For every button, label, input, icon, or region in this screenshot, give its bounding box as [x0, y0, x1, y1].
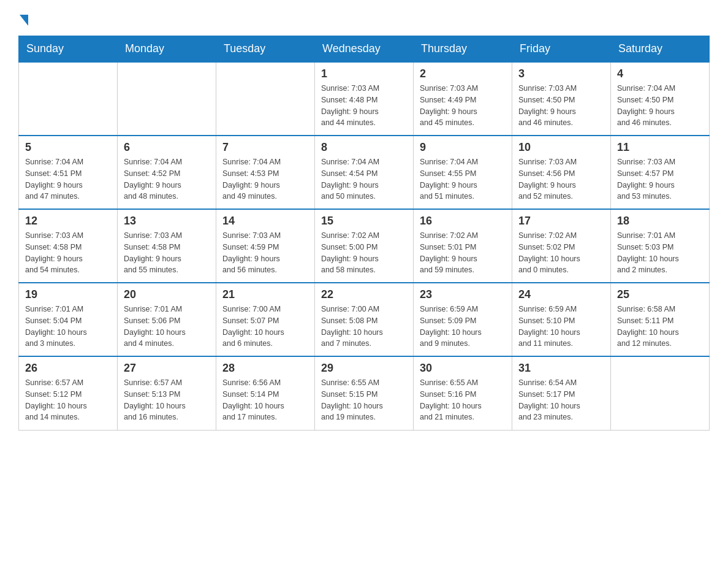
calendar-cell: 26Sunrise: 6:57 AM Sunset: 5:12 PM Dayli… [19, 356, 118, 430]
day-info: Sunrise: 7:03 AM Sunset: 4:50 PM Dayligh… [518, 83, 604, 129]
day-number: 19 [25, 288, 111, 301]
day-number: 9 [420, 141, 506, 154]
calendar-cell: 13Sunrise: 7:03 AM Sunset: 4:58 PM Dayli… [118, 209, 216, 283]
calendar-header-sunday: Sunday [19, 36, 118, 63]
calendar-cell [611, 356, 710, 430]
day-number: 28 [222, 362, 308, 375]
day-info: Sunrise: 7:04 AM Sunset: 4:50 PM Dayligh… [617, 83, 703, 129]
calendar-week-4: 19Sunrise: 7:01 AM Sunset: 5:04 PM Dayli… [19, 283, 710, 356]
calendar-header-wednesday: Wednesday [315, 36, 414, 63]
day-info: Sunrise: 7:04 AM Sunset: 4:51 PM Dayligh… [25, 156, 111, 202]
calendar-cell: 20Sunrise: 7:01 AM Sunset: 5:06 PM Dayli… [118, 283, 216, 356]
day-number: 5 [25, 141, 111, 154]
calendar-cell: 3Sunrise: 7:03 AM Sunset: 4:50 PM Daylig… [512, 62, 611, 136]
day-info: Sunrise: 7:04 AM Sunset: 4:55 PM Dayligh… [420, 156, 506, 202]
calendar-cell: 24Sunrise: 6:59 AM Sunset: 5:10 PM Dayli… [512, 283, 611, 356]
calendar-cell: 22Sunrise: 7:00 AM Sunset: 5:08 PM Dayli… [315, 283, 414, 356]
day-info: Sunrise: 7:03 AM Sunset: 4:59 PM Dayligh… [222, 230, 308, 276]
calendar-header-row: SundayMondayTuesdayWednesdayThursdayFrid… [19, 36, 710, 63]
calendar-cell: 5Sunrise: 7:04 AM Sunset: 4:51 PM Daylig… [19, 136, 118, 209]
day-info: Sunrise: 6:58 AM Sunset: 5:11 PM Dayligh… [617, 304, 703, 350]
day-info: Sunrise: 6:59 AM Sunset: 5:09 PM Dayligh… [420, 304, 506, 350]
day-number: 12 [25, 215, 111, 228]
day-number: 7 [222, 141, 308, 154]
calendar-header-saturday: Saturday [611, 36, 710, 63]
calendar-cell: 30Sunrise: 6:55 AM Sunset: 5:16 PM Dayli… [414, 356, 512, 430]
day-number: 27 [124, 362, 210, 375]
calendar-cell: 29Sunrise: 6:55 AM Sunset: 5:15 PM Dayli… [315, 356, 414, 430]
day-number: 11 [617, 141, 703, 154]
calendar-cell: 19Sunrise: 7:01 AM Sunset: 5:04 PM Dayli… [19, 283, 118, 356]
calendar-week-3: 12Sunrise: 7:03 AM Sunset: 4:58 PM Dayli… [19, 209, 710, 283]
day-number: 26 [25, 362, 111, 375]
day-number: 1 [321, 67, 407, 80]
calendar-cell: 7Sunrise: 7:04 AM Sunset: 4:53 PM Daylig… [216, 136, 315, 209]
day-info: Sunrise: 7:03 AM Sunset: 4:58 PM Dayligh… [124, 230, 210, 276]
day-number: 21 [222, 288, 308, 301]
calendar-cell: 23Sunrise: 6:59 AM Sunset: 5:09 PM Dayli… [414, 283, 512, 356]
day-info: Sunrise: 7:04 AM Sunset: 4:53 PM Dayligh… [222, 156, 308, 202]
day-number: 24 [518, 288, 604, 301]
day-number: 2 [420, 67, 506, 80]
day-info: Sunrise: 7:01 AM Sunset: 5:06 PM Dayligh… [124, 304, 210, 350]
day-info: Sunrise: 7:03 AM Sunset: 4:57 PM Dayligh… [617, 156, 703, 202]
day-info: Sunrise: 7:01 AM Sunset: 5:03 PM Dayligh… [617, 230, 703, 276]
day-info: Sunrise: 7:02 AM Sunset: 5:02 PM Dayligh… [518, 230, 604, 276]
day-number: 6 [124, 141, 210, 154]
calendar-cell: 11Sunrise: 7:03 AM Sunset: 4:57 PM Dayli… [611, 136, 710, 209]
day-number: 4 [617, 67, 703, 80]
day-info: Sunrise: 7:02 AM Sunset: 5:00 PM Dayligh… [321, 230, 407, 276]
day-number: 25 [617, 288, 703, 301]
day-number: 14 [222, 215, 308, 228]
calendar-cell: 9Sunrise: 7:04 AM Sunset: 4:55 PM Daylig… [414, 136, 512, 209]
calendar-cell: 1Sunrise: 7:03 AM Sunset: 4:48 PM Daylig… [315, 62, 414, 136]
day-number: 10 [518, 141, 604, 154]
day-info: Sunrise: 6:55 AM Sunset: 5:15 PM Dayligh… [321, 377, 407, 423]
calendar-cell: 27Sunrise: 6:57 AM Sunset: 5:13 PM Dayli… [118, 356, 216, 430]
day-info: Sunrise: 6:57 AM Sunset: 5:12 PM Dayligh… [25, 377, 111, 423]
calendar-cell: 31Sunrise: 6:54 AM Sunset: 5:17 PM Dayli… [512, 356, 611, 430]
day-info: Sunrise: 7:01 AM Sunset: 5:04 PM Dayligh… [25, 304, 111, 350]
calendar-week-1: 1Sunrise: 7:03 AM Sunset: 4:48 PM Daylig… [19, 62, 710, 136]
calendar-cell: 18Sunrise: 7:01 AM Sunset: 5:03 PM Dayli… [611, 209, 710, 283]
day-info: Sunrise: 6:56 AM Sunset: 5:14 PM Dayligh… [222, 377, 308, 423]
logo-arrow-icon [20, 15, 28, 26]
day-number: 17 [518, 215, 604, 228]
day-number: 3 [518, 67, 604, 80]
calendar-cell [118, 62, 216, 136]
day-info: Sunrise: 7:02 AM Sunset: 5:01 PM Dayligh… [420, 230, 506, 276]
calendar-cell: 2Sunrise: 7:03 AM Sunset: 4:49 PM Daylig… [414, 62, 512, 136]
calendar-cell: 28Sunrise: 6:56 AM Sunset: 5:14 PM Dayli… [216, 356, 315, 430]
calendar-cell: 16Sunrise: 7:02 AM Sunset: 5:01 PM Dayli… [414, 209, 512, 283]
day-number: 15 [321, 215, 407, 228]
day-info: Sunrise: 6:55 AM Sunset: 5:16 PM Dayligh… [420, 377, 506, 423]
calendar-header-thursday: Thursday [414, 36, 512, 63]
day-info: Sunrise: 6:54 AM Sunset: 5:17 PM Dayligh… [518, 377, 604, 423]
day-info: Sunrise: 7:04 AM Sunset: 4:54 PM Dayligh… [321, 156, 407, 202]
day-info: Sunrise: 7:03 AM Sunset: 4:49 PM Dayligh… [420, 83, 506, 129]
day-info: Sunrise: 7:03 AM Sunset: 4:58 PM Dayligh… [25, 230, 111, 276]
calendar-cell [19, 62, 118, 136]
day-info: Sunrise: 6:59 AM Sunset: 5:10 PM Dayligh… [518, 304, 604, 350]
day-info: Sunrise: 7:03 AM Sunset: 4:56 PM Dayligh… [518, 156, 604, 202]
day-number: 13 [124, 215, 210, 228]
calendar-week-5: 26Sunrise: 6:57 AM Sunset: 5:12 PM Dayli… [19, 356, 710, 430]
calendar-cell: 10Sunrise: 7:03 AM Sunset: 4:56 PM Dayli… [512, 136, 611, 209]
calendar-week-2: 5Sunrise: 7:04 AM Sunset: 4:51 PM Daylig… [19, 136, 710, 209]
calendar-cell: 8Sunrise: 7:04 AM Sunset: 4:54 PM Daylig… [315, 136, 414, 209]
calendar-cell: 4Sunrise: 7:04 AM Sunset: 4:50 PM Daylig… [611, 62, 710, 136]
calendar-cell: 17Sunrise: 7:02 AM Sunset: 5:02 PM Dayli… [512, 209, 611, 283]
calendar-cell: 15Sunrise: 7:02 AM Sunset: 5:00 PM Dayli… [315, 209, 414, 283]
day-number: 31 [518, 362, 604, 375]
page-header [18, 12, 710, 23]
calendar-header-monday: Monday [118, 36, 216, 63]
day-info: Sunrise: 6:57 AM Sunset: 5:13 PM Dayligh… [124, 377, 210, 423]
calendar-cell: 14Sunrise: 7:03 AM Sunset: 4:59 PM Dayli… [216, 209, 315, 283]
day-info: Sunrise: 7:03 AM Sunset: 4:48 PM Dayligh… [321, 83, 407, 129]
calendar-header-tuesday: Tuesday [216, 36, 315, 63]
calendar-cell: 21Sunrise: 7:00 AM Sunset: 5:07 PM Dayli… [216, 283, 315, 356]
day-info: Sunrise: 7:00 AM Sunset: 5:07 PM Dayligh… [222, 304, 308, 350]
logo [18, 12, 28, 23]
day-number: 8 [321, 141, 407, 154]
day-number: 30 [420, 362, 506, 375]
